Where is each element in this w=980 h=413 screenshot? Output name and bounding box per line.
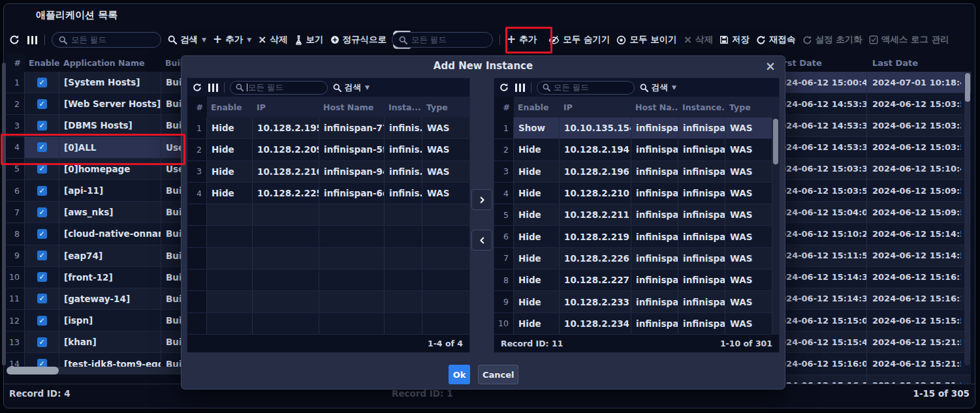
column-header[interactable]: Insta... <box>385 97 422 117</box>
left-panel-toolbar: 모든 필드 검색▼ + 추가▼ × 삭제 보기 정규식으로 » <box>9 29 412 51</box>
enable-checkbox[interactable]: ✓ <box>37 164 47 174</box>
column-header[interactable]: IP <box>560 97 631 117</box>
cell-num: 1 <box>7 72 25 93</box>
check-square-icon <box>869 35 878 44</box>
add-instance-button[interactable]: + 추가 <box>507 34 537 46</box>
table-row[interactable]: 4Hide10.128.2.210infinispan...infinispan… <box>494 183 779 204</box>
search-button[interactable]: 검색▼ <box>168 34 206 46</box>
divider <box>499 35 500 45</box>
column-header[interactable]: Enable <box>207 97 253 117</box>
table-row[interactable]: 1Hide10.128.2.195infinispan-779...infini… <box>187 117 469 139</box>
close-icon[interactable]: × <box>765 59 776 73</box>
cell-host: infinispan... <box>631 117 678 138</box>
reconnect-button[interactable]: 재접속 <box>756 34 796 46</box>
cell-enabled: ✓ <box>25 223 59 244</box>
enable-checkbox[interactable]: ✓ <box>37 229 47 239</box>
table-row[interactable]: 7Hide10.128.2.226infinispan...infinispan… <box>494 248 779 269</box>
columns-icon[interactable] <box>207 84 219 92</box>
add-button[interactable]: + 추가▼ <box>213 34 251 46</box>
move-left-button[interactable] <box>471 230 492 251</box>
search-input[interactable]: 모든 필드 <box>230 81 328 95</box>
cell-last-date: 2024-06-12 15:16:12 <box>867 288 961 309</box>
vertical-scrollbar[interactable] <box>964 72 970 365</box>
enable-checkbox[interactable]: ✓ <box>37 186 47 196</box>
hide-all-button[interactable]: 모두 숨기기 <box>548 34 610 46</box>
table-row[interactable]: 8Hide10.128.2.227infinispan...infinispan… <box>494 269 779 291</box>
enable-checkbox[interactable]: ✓ <box>37 359 47 367</box>
cancel-button[interactable]: Cancel <box>478 365 518 384</box>
enable-checkbox[interactable]: ✓ <box>37 337 47 347</box>
enable-checkbox[interactable]: ✓ <box>37 251 47 260</box>
refresh-icon[interactable] <box>193 83 202 92</box>
table-row[interactable]: 6Hide10.128.2.219infinispan...infinispan… <box>494 226 779 247</box>
column-header[interactable]: Type <box>422 97 471 117</box>
enable-checkbox[interactable]: ✓ <box>37 207 47 217</box>
table-row[interactable]: 5Hide10.128.2.211infinispan...infinispan… <box>494 204 779 226</box>
search-button[interactable]: 검색▼ <box>640 82 676 93</box>
cell-type <box>422 269 469 290</box>
search-input[interactable]: 모든 필드 <box>392 32 493 48</box>
refresh-icon[interactable] <box>9 35 20 45</box>
column-header[interactable]: # <box>7 54 25 72</box>
record-id-status: Record ID: 4 <box>9 388 71 399</box>
enable-checkbox[interactable]: ✓ <box>37 78 47 87</box>
delete-button[interactable]: × 삭제 <box>258 34 287 46</box>
cell-last-date: 2024-06-12 15:16:12 <box>867 267 961 288</box>
cell-ip: 10.128.2.209 <box>253 139 319 160</box>
cell-instance <box>385 204 422 225</box>
vertical-scrollbar[interactable] <box>772 117 779 335</box>
column-header[interactable]: Type <box>725 97 772 117</box>
cell-num: 8 <box>7 223 25 244</box>
cell-type: WAS <box>725 139 772 160</box>
refresh-icon[interactable] <box>499 83 509 92</box>
table-row[interactable]: 4Hide10.128.2.225infinispan-6d6...infini… <box>187 183 469 204</box>
search-input[interactable]: 모든 필드 <box>52 32 161 48</box>
show-all-button[interactable]: 모두 보이기 <box>616 34 676 46</box>
save-icon <box>719 35 729 44</box>
scrollbar-thumb[interactable] <box>7 367 59 375</box>
delete-instance-button[interactable]: × 삭제 <box>684 34 713 46</box>
column-header[interactable]: Host Name <box>319 97 385 117</box>
enable-checkbox[interactable]: ✓ <box>37 99 47 109</box>
column-header[interactable]: Host Na... <box>631 97 678 117</box>
column-header[interactable]: Enable <box>25 54 59 72</box>
enable-checkbox[interactable]: ✓ <box>37 142 47 152</box>
move-right-button[interactable] <box>471 189 492 210</box>
column-header[interactable]: IP <box>253 97 319 117</box>
ok-button[interactable]: Ok <box>449 365 470 384</box>
search-input[interactable]: 모든 필드 <box>537 81 635 95</box>
enable-checkbox[interactable]: ✓ <box>37 294 47 303</box>
cell-enable: Hide <box>514 226 560 247</box>
cell-instance: infinispan... <box>678 204 725 225</box>
vertical-scrollbar[interactable] <box>2 63 6 365</box>
access-log-button[interactable]: 액세스 로그 관리 <box>869 34 949 46</box>
table-row[interactable]: 2Hide10.128.2.194infinispan...infinispan… <box>494 139 779 161</box>
column-header[interactable]: # <box>187 97 207 117</box>
columns-icon[interactable] <box>26 36 38 44</box>
table-row[interactable]: 9Hide10.128.2.233infinispan...infinispan… <box>494 291 779 313</box>
table-row[interactable]: 1Show10.10.135.154infinispan...infinispa… <box>494 117 779 139</box>
column-header[interactable]: Instance... <box>678 97 725 117</box>
empty-table-row <box>187 226 469 247</box>
reset-settings-button[interactable]: 설정 초기화 <box>802 34 862 46</box>
column-header[interactable]: Enable <box>514 97 560 117</box>
enable-checkbox[interactable]: ✓ <box>37 316 47 326</box>
table-row[interactable]: 2Hide10.128.2.209infinispan-5f7...infini… <box>187 139 469 161</box>
enable-checkbox[interactable]: ✓ <box>37 272 47 282</box>
save-button[interactable]: 저장 <box>719 34 750 46</box>
column-header[interactable]: Application Name <box>59 54 161 72</box>
table-row[interactable]: 3Hide10.128.2.196infinispan...infinispan… <box>494 161 779 183</box>
table-row[interactable]: 3Hide10.128.2.216infinispan-947...infini… <box>187 161 469 183</box>
view-button[interactable]: 보기 <box>294 34 324 46</box>
scrollbar-thumb[interactable] <box>773 119 778 164</box>
cell-instance: infinis... <box>385 161 422 182</box>
regex-button[interactable]: 정규식으로 <box>330 34 387 46</box>
search-button[interactable]: 검색▼ <box>333 82 370 93</box>
enable-checkbox[interactable]: ✓ <box>37 121 47 130</box>
scrollbar-thumb[interactable] <box>965 73 970 102</box>
cell-enabled: ✓ <box>25 331 59 352</box>
table-row[interactable]: 10Hide10.128.2.234infinispan...infinispa… <box>494 313 779 335</box>
column-header[interactable]: # <box>494 97 514 117</box>
cell-enabled: ✓ <box>25 159 59 179</box>
columns-icon[interactable] <box>514 84 526 92</box>
